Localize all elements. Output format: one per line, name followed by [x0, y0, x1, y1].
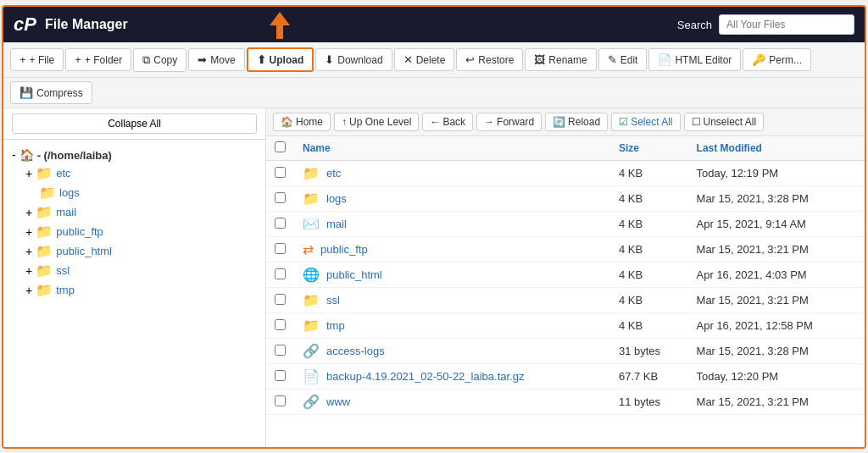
file-date: Mar 15, 2021, 3:21 PM: [688, 237, 865, 262]
folder-icon: 📁: [36, 243, 53, 259]
file-size: 67.7 KB: [610, 364, 688, 389]
row-checkbox[interactable]: [275, 167, 286, 178]
table-row: 🔗access-logs31 bytesMar 15, 2021, 3:28 P…: [266, 339, 865, 364]
folder-icon: 📁: [303, 165, 320, 181]
row-checkbox[interactable]: [275, 268, 286, 279]
row-checkbox[interactable]: [275, 218, 286, 229]
move-button[interactable]: ➡ Move: [188, 48, 244, 71]
rename-button[interactable]: 🖼 Rename: [525, 48, 596, 71]
select-all-button[interactable]: ☑ Select All: [611, 113, 680, 131]
sidebar-item-ssl[interactable]: + 📁 ssl: [25, 261, 257, 280]
file-plus-icon: +: [19, 53, 26, 66]
edit-button[interactable]: ✎ Edit: [598, 48, 648, 71]
copy-button[interactable]: ⧉ Copy: [133, 48, 186, 72]
col-name-header[interactable]: Name: [294, 136, 610, 161]
folder-icon: 📁: [36, 262, 53, 279]
row-checkbox[interactable]: [275, 345, 286, 356]
file-size: 4 KB: [610, 313, 688, 339]
select-all-checkbox[interactable]: [275, 141, 286, 152]
cpanel-logo: cP: [14, 14, 36, 36]
unselect-all-button[interactable]: ☐ Unselect All: [684, 113, 765, 131]
tree-root[interactable]: - 🏠 - (/home/laiba): [12, 146, 257, 163]
move-icon: ➡: [198, 53, 207, 66]
file-name[interactable]: 📁etc: [303, 165, 602, 181]
download-button[interactable]: ⬇ Download: [315, 48, 392, 71]
sidebar-header: Collapse All: [3, 108, 265, 140]
file-name[interactable]: 📁ssl: [303, 292, 602, 308]
file-date: Apr 16, 2021, 12:58 PM: [688, 313, 865, 339]
delete-button[interactable]: ✕ Delete: [394, 48, 455, 71]
col-modified-header[interactable]: Last Modified: [688, 136, 865, 161]
sidebar-item-mail[interactable]: + 📁 mail: [25, 202, 257, 222]
compress-button[interactable]: 💾 Compress: [10, 81, 92, 104]
app-container: cP File Manager Search + + File + + Fold…: [2, 5, 866, 449]
file-size: 4 KB: [610, 212, 688, 237]
row-checkbox[interactable]: [275, 192, 286, 203]
file-date: Mar 15, 2021, 3:21 PM: [688, 389, 865, 415]
folder-icon: 📁: [303, 318, 320, 334]
sidebar-item-public-html[interactable]: + 📁 public_html: [25, 241, 257, 261]
back-icon: ←: [430, 116, 440, 128]
file-size: 31 bytes: [610, 339, 688, 364]
folder-icon: 📁: [39, 185, 56, 201]
table-row: 🔗www11 bytesMar 15, 2021, 3:21 PM: [266, 389, 865, 415]
new-folder-button[interactable]: + + Folder: [65, 48, 131, 71]
forward-icon: →: [484, 116, 494, 128]
collapse-all-button[interactable]: Collapse All: [12, 113, 257, 134]
download-icon: ⬇: [325, 53, 334, 66]
sidebar-item-tmp[interactable]: + 📁 tmp: [25, 280, 257, 300]
file-name[interactable]: 📁tmp: [303, 318, 602, 334]
table-row: 📁ssl4 KBMar 15, 2021, 3:21 PM: [266, 288, 865, 313]
web-icon: 🌐: [303, 267, 320, 283]
plus-icon: +: [25, 245, 32, 258]
home-nav-button[interactable]: 🏠 Home: [273, 113, 331, 131]
file-table: Name Size Last Modified 📁etc4 KBToday, 1…: [266, 136, 865, 415]
row-checkbox[interactable]: [275, 395, 286, 406]
sidebar-item-etc[interactable]: + 📁 etc: [25, 163, 257, 183]
forward-button[interactable]: → Forward: [476, 113, 542, 131]
new-file-button[interactable]: + + File: [10, 48, 64, 71]
file-name[interactable]: 📄backup-4.19.2021_02-50-22_laiba.tar.gz: [303, 368, 602, 384]
table-header-row: Name Size Last Modified: [266, 136, 865, 161]
file-name[interactable]: ⇄public_ftp: [303, 241, 602, 257]
perms-button[interactable]: 🔑 Perm...: [743, 48, 811, 71]
file-name[interactable]: 🌐public_html: [303, 267, 602, 283]
compress-icon: 💾: [19, 86, 33, 99]
upload-arrow-indicator: [270, 12, 290, 39]
sidebar-item-logs[interactable]: 📁 logs: [39, 183, 257, 202]
reload-button[interactable]: 🔄 Reload: [545, 113, 608, 131]
ftp-icon: ⇄: [303, 241, 314, 257]
row-checkbox[interactable]: [275, 319, 286, 330]
table-row: 📁logs4 KBMar 15, 2021, 3:28 PM: [266, 186, 865, 212]
file-date: Today, 12:19 PM: [688, 161, 865, 186]
up-one-level-button[interactable]: ↑ Up One Level: [334, 113, 419, 131]
file-date: Mar 15, 2021, 3:21 PM: [688, 288, 865, 313]
file-tree: - 🏠 - (/home/laiba) + 📁 etc 📁 logs + 📁 m…: [3, 140, 265, 307]
restore-button[interactable]: ↩ Restore: [456, 48, 523, 71]
file-name[interactable]: 🔗www: [303, 394, 602, 410]
upload-icon: ⬆: [257, 53, 266, 66]
file-date: Today, 12:20 PM: [688, 364, 865, 389]
col-size-header[interactable]: Size: [610, 136, 688, 161]
file-name[interactable]: 📁logs: [303, 191, 602, 207]
sidebar-item-public-ftp[interactable]: + 📁 public_ftp: [25, 222, 257, 241]
row-checkbox[interactable]: [275, 370, 286, 381]
file-date: Mar 15, 2021, 3:28 PM: [688, 186, 865, 212]
plus-icon: +: [25, 167, 32, 180]
html-editor-button[interactable]: 📄 HTML Editor: [648, 48, 741, 71]
folder-icon: 📁: [36, 224, 53, 240]
edit-icon: ✎: [608, 53, 617, 66]
search-input[interactable]: [719, 14, 854, 35]
plus-icon: +: [25, 225, 32, 239]
rename-icon: 🖼: [534, 53, 545, 66]
row-checkbox[interactable]: [275, 243, 286, 254]
file-name[interactable]: 🔗access-logs: [303, 343, 602, 359]
file-area: 🏠 Home ↑ Up One Level ← Back → Forward 🔄: [266, 108, 865, 447]
main-toolbar: + + File + + Folder ⧉ Copy ➡ Move ⬆ Uplo…: [3, 42, 865, 78]
file-name[interactable]: ✉️mail: [303, 216, 602, 232]
upload-button[interactable]: ⬆ Upload: [247, 47, 314, 72]
minus-icon: -: [12, 148, 16, 162]
back-button[interactable]: ← Back: [422, 113, 473, 131]
row-checkbox[interactable]: [275, 294, 286, 305]
home-icon: 🏠: [19, 148, 34, 162]
